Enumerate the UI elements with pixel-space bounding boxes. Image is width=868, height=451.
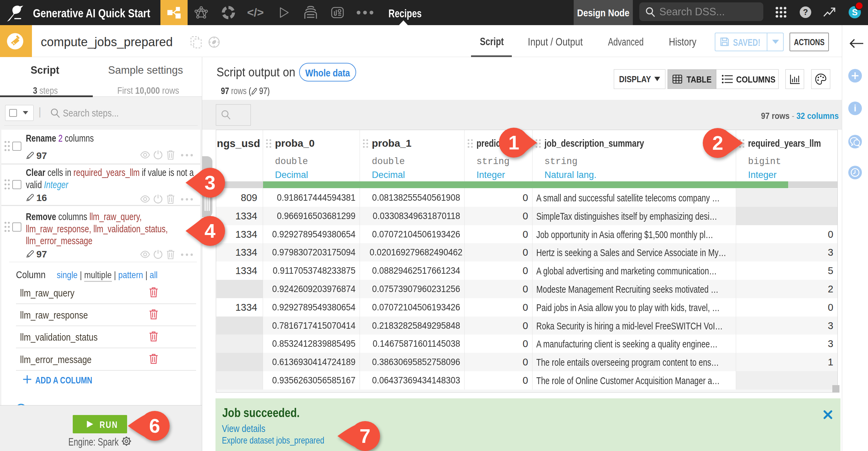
svg-text:2: 2 bbox=[712, 132, 723, 154]
svg-text:4: 4 bbox=[205, 220, 215, 242]
svg-text:7: 7 bbox=[360, 425, 370, 447]
svg-text:1: 1 bbox=[508, 131, 519, 154]
svg-text:6: 6 bbox=[149, 415, 160, 437]
svg-text:3: 3 bbox=[205, 172, 215, 194]
